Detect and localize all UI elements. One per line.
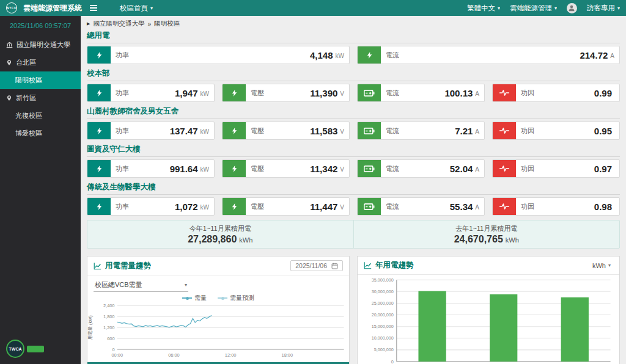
sidebar-item-4[interactable]: 光復校區 bbox=[0, 107, 81, 125]
chevron-down-icon: ▾ bbox=[608, 263, 611, 268]
region-icon bbox=[6, 95, 12, 101]
summary-this-year-label: 今年1~11月累積用電 bbox=[87, 224, 353, 233]
metric-label: 電流 bbox=[386, 202, 399, 211]
metric-label: 功率 bbox=[116, 164, 129, 173]
breadcrumb-root[interactable]: 國立陽明交通大學 bbox=[93, 20, 144, 28]
legend-item[interactable]: 需量預測 bbox=[218, 294, 254, 302]
summary-this-year-unit: kWh bbox=[239, 236, 252, 244]
metric-label: 電壓 bbox=[251, 202, 264, 211]
summary-last-year-number: 24,670,765 bbox=[454, 234, 503, 244]
sidebar-item-1[interactable]: 台北區 bbox=[0, 54, 81, 71]
battery-icon bbox=[358, 122, 381, 139]
metric-card-power: 功率991.64kW bbox=[87, 159, 215, 178]
pulse-icon bbox=[493, 84, 516, 101]
lightning-icon bbox=[87, 84, 111, 101]
legend-label: 需量預測 bbox=[230, 294, 254, 302]
metric-value: 11,583 bbox=[310, 126, 337, 136]
pulse-icon bbox=[493, 198, 516, 215]
section-title: 山麓村教師宿舍及男女五舍 bbox=[87, 106, 620, 119]
twca-seal[interactable]: TWCA bbox=[6, 340, 44, 358]
battery-icon bbox=[358, 198, 381, 215]
svg-text:06:00: 06:00 bbox=[168, 352, 180, 358]
region-icon bbox=[6, 59, 12, 66]
menu-energy-system[interactable]: 雲端能源管理 ▾ bbox=[510, 4, 557, 13]
lightning-icon bbox=[87, 46, 111, 64]
metric-card-power-factor: 功因0.97 bbox=[492, 159, 620, 178]
metric-value: 0.95 bbox=[594, 126, 612, 136]
demand-chart-title: 用電需量趨勢 bbox=[105, 261, 151, 271]
metric-value: 7.21 bbox=[455, 126, 473, 136]
legend-item[interactable]: 需量 bbox=[182, 294, 207, 302]
date-picker[interactable]: 2025/11/06 bbox=[290, 260, 343, 271]
sidebar-item-5[interactable]: 博愛校區 bbox=[0, 125, 81, 142]
metric-unit: V bbox=[340, 166, 344, 173]
yearly-chart-title: 年用電趨勢 bbox=[375, 260, 414, 271]
metric-unit: A bbox=[475, 128, 479, 135]
summary-this-year-value: 27,289,860kWh bbox=[87, 234, 353, 245]
metric-label: 電流 bbox=[386, 164, 399, 173]
metric-value: 11,390 bbox=[310, 88, 337, 98]
metric-unit: A bbox=[475, 204, 479, 211]
sidebar-item-label: 台北區 bbox=[16, 58, 36, 67]
chevron-down-icon: ▾ bbox=[498, 5, 500, 11]
lightning-icon bbox=[87, 198, 111, 215]
unit-select[interactable]: kWh ▾ bbox=[590, 261, 613, 271]
demand-chart-header: 用電需量趨勢 2025/11/06 bbox=[87, 257, 349, 275]
menu-guest-label: 訪客專用 bbox=[587, 4, 615, 13]
topbar-right-group: 繁體中文 ▾ 雲端能源管理 ▾ 訪客專用 ▾ bbox=[467, 3, 620, 13]
user-icon bbox=[568, 4, 575, 12]
section-title: 總用電 bbox=[87, 31, 620, 43]
metric-label: 功率 bbox=[116, 89, 129, 98]
summary-last-year-value: 24,670,765kWh bbox=[354, 234, 620, 245]
lightning-icon bbox=[87, 122, 111, 139]
yearly-chart-header: 年用電趨勢 kWh ▾ bbox=[358, 257, 619, 275]
date-value: 2025/11/06 bbox=[295, 262, 327, 269]
nycu-logo[interactable]: NYCU bbox=[6, 2, 17, 13]
menu-guest[interactable]: 訪客專用 ▾ bbox=[587, 4, 620, 13]
metric-value: 991.64 bbox=[170, 164, 198, 174]
svg-text:25,000,000: 25,000,000 bbox=[372, 300, 394, 306]
metric-value: 1,072 bbox=[175, 202, 198, 212]
metric-value: 55.34 bbox=[450, 202, 473, 212]
metric-unit: V bbox=[340, 90, 344, 97]
avatar[interactable] bbox=[567, 3, 577, 13]
metric-card-power: 功率4,148kW bbox=[87, 46, 350, 64]
unit-select-value: kWh bbox=[592, 262, 606, 269]
metric-card-power: 功率1,947kW bbox=[87, 84, 215, 102]
metric-value: 52.04 bbox=[450, 164, 473, 174]
metric-cards-row: 功率991.64kW電壓11,342V電流52.04A功因0.97 bbox=[87, 159, 620, 178]
menu-language-label: 繁體中文 bbox=[467, 4, 495, 13]
sidebar-item-label: 光復校區 bbox=[15, 111, 42, 120]
metric-value: 11,447 bbox=[310, 202, 337, 212]
metric-card-voltage: 電壓11,390V bbox=[222, 84, 350, 102]
sidebar-item-2[interactable]: 陽明校區 bbox=[0, 71, 81, 89]
summary-panel: 今年1~11月累積用電 27,289,860kWh 去年1~11月累積用電 24… bbox=[87, 220, 620, 249]
section-2: 山麓村教師宿舍及男女五舍功率137.47kW電壓11,583V電流7.21A功因… bbox=[87, 106, 620, 140]
svg-text:5,000,000: 5,000,000 bbox=[374, 347, 394, 352]
series-select-value: 校區總VCB需量 bbox=[95, 280, 142, 289]
metric-card-voltage: 電壓11,583V bbox=[222, 122, 350, 140]
menu-campus-home[interactable]: 校區首頁 ▾ bbox=[120, 4, 153, 13]
metric-value: 4,148 bbox=[310, 50, 333, 60]
metric-cards-row: 功率4,148kW電流214.72A bbox=[87, 46, 620, 64]
sidebar-item-3[interactable]: 新竹區 bbox=[0, 89, 81, 107]
metric-card-power-factor: 功因0.95 bbox=[492, 122, 620, 140]
chevron-down-icon: ▾ bbox=[554, 5, 557, 11]
metric-label: 功因 bbox=[521, 164, 534, 173]
svg-text:12:00: 12:00 bbox=[225, 352, 237, 358]
svg-text:2,400: 2,400 bbox=[103, 303, 115, 308]
lightning-icon bbox=[223, 198, 246, 215]
breadcrumb-separator: » bbox=[147, 20, 151, 27]
sidebar-item-0[interactable]: 國立陽明交通大學 bbox=[0, 36, 81, 54]
section-title: 圖資及守仁大樓 bbox=[87, 144, 620, 157]
series-select[interactable]: 校區總VCB需量 ▾ bbox=[94, 278, 188, 292]
metric-value: 11,342 bbox=[310, 164, 337, 174]
lightning-icon bbox=[223, 84, 246, 101]
metric-unit: kW bbox=[201, 166, 209, 173]
svg-text:用電量 (kW): 用電量 (kW) bbox=[87, 315, 93, 340]
twca-logo: TWCA bbox=[6, 340, 24, 358]
svg-text:600: 600 bbox=[107, 336, 114, 341]
metric-card-power: 功率1,072kW bbox=[87, 197, 215, 216]
hamburger-menu-icon[interactable] bbox=[88, 3, 99, 13]
menu-language[interactable]: 繁體中文 ▾ bbox=[467, 4, 500, 13]
